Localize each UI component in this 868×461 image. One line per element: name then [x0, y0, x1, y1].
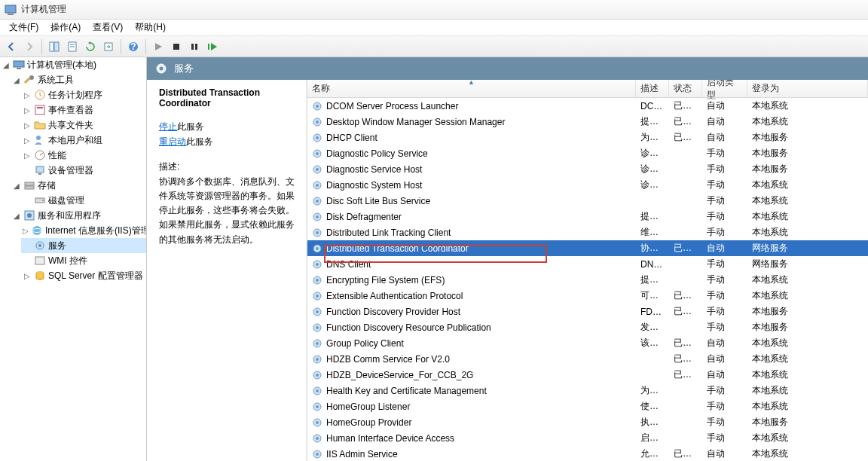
forward-button[interactable] — [21, 38, 38, 55]
service-name: HDZB_DeviceService_For_CCB_2G — [326, 370, 473, 380]
service-row[interactable]: DHCP Client为此...已启动自动本地服务 — [307, 130, 868, 145]
service-name: Function Discovery Provider Host — [326, 307, 460, 317]
service-status: 已启动 — [669, 447, 702, 460]
service-startup: 手动 — [702, 305, 747, 318]
service-row[interactable]: Distributed Transaction Coordinator协调...… — [307, 240, 868, 256]
service-startup: 自动 — [702, 447, 747, 460]
collapse-icon[interactable]: ◢ — [2, 61, 11, 69]
service-desc: 启用... — [636, 432, 669, 444]
service-row[interactable]: IIS Admin Service允许...已启动自动本地系统 — [307, 446, 868, 461]
col-desc[interactable]: 描述 — [636, 80, 669, 97]
tree-task-scheduler[interactable]: ▷任务计划程序 — [21, 87, 146, 102]
service-row[interactable]: Function Discovery Provider HostFDP...已启… — [307, 304, 868, 319]
restart-service-link[interactable]: 重启动 — [159, 136, 186, 147]
restart-service-button[interactable] — [204, 38, 221, 55]
start-service-button[interactable] — [150, 38, 167, 55]
tree-sql[interactable]: ▷SQL Server 配置管理器 — [21, 268, 146, 283]
service-startup: 手动 — [702, 273, 747, 286]
service-row[interactable]: Group Policy Client该服...已启动自动本地系统 — [307, 335, 868, 351]
tree-performance[interactable]: ▷性能 — [21, 148, 146, 163]
service-logon: 本地系统 — [747, 115, 868, 128]
tree-event-viewer[interactable]: ▷事件查看器 — [21, 102, 146, 118]
iis-icon — [31, 224, 43, 237]
svg-point-47 — [316, 168, 319, 171]
col-status[interactable]: 状态 — [669, 80, 702, 97]
service-logon: 本地服务 — [747, 163, 868, 176]
title-bar: 计算机管理 — [0, 0, 868, 20]
service-row[interactable]: DCOM Server Process LauncherDCO...已启动自动本… — [307, 98, 868, 114]
gear-icon — [312, 322, 322, 333]
service-row[interactable]: HomeGroup Listener使本...手动本地系统 — [307, 398, 868, 414]
collapse-icon[interactable]: ◢ — [12, 76, 21, 84]
expand-icon[interactable]: ▷ — [23, 121, 32, 130]
service-status: 已启动 — [669, 305, 702, 318]
service-desc: FDP... — [636, 307, 669, 317]
menu-file[interactable]: 文件(F) — [3, 20, 44, 35]
service-row[interactable]: Desktop Window Manager Session Manager提供… — [307, 114, 868, 130]
service-row[interactable]: Diagnostic System Host诊断...手动本地系统 — [307, 177, 868, 193]
menu-action[interactable]: 操作(A) — [44, 20, 87, 35]
gear-icon — [312, 449, 322, 459]
svg-point-37 — [160, 67, 164, 71]
expand-icon[interactable]: ▷ — [23, 136, 32, 145]
tree-services[interactable]: ▷服务 — [21, 238, 146, 253]
properties-button[interactable] — [64, 38, 81, 55]
service-row[interactable]: Distributed Link Tracking Client维护...手动本… — [307, 224, 868, 240]
tree-local-users[interactable]: ▷本地用户和组 — [21, 133, 146, 148]
expand-icon[interactable]: ▷ — [23, 151, 32, 160]
service-row[interactable]: HDZB_DeviceService_For_CCB_2G已启动自动本地系统 — [307, 367, 868, 383]
service-row[interactable]: Disk Defragmenter提供...手动本地系统 — [307, 209, 868, 224]
service-row[interactable]: HDZB Comm Service For V2.0已启动自动本地系统 — [307, 351, 868, 367]
service-row[interactable]: Human Interface Device Access启用...手动本地系统 — [307, 430, 868, 446]
expand-icon[interactable]: ▷ — [23, 227, 29, 235]
service-row[interactable]: Disc Soft Lite Bus Service手动本地系统 — [307, 193, 868, 209]
service-desc: 执行... — [636, 416, 669, 429]
stop-service-link[interactable]: 停止 — [159, 121, 177, 132]
refresh-button[interactable] — [82, 38, 99, 55]
folder-icon — [34, 119, 46, 131]
export-button[interactable] — [100, 38, 117, 55]
tree-iis[interactable]: ▷Internet 信息服务(IIS)管理器 — [21, 223, 146, 238]
service-row[interactable]: DNS ClientDNS...手动网络服务 — [307, 256, 868, 272]
tree-device-manager[interactable]: ▷设备管理器 — [21, 163, 146, 178]
help-button[interactable]: ? — [125, 38, 142, 55]
service-row[interactable]: Health Key and Certificate Management为网.… — [307, 383, 868, 398]
tree-root[interactable]: ◢ 计算机管理(本地) — [0, 57, 146, 72]
menu-help[interactable]: 帮助(H) — [129, 20, 172, 35]
service-row[interactable]: Encrypting File System (EFS)提供...手动本地系统 — [307, 272, 868, 288]
tree-wmi[interactable]: ▷WMI 控件 — [21, 253, 146, 268]
expand-icon[interactable]: ▷ — [23, 91, 32, 99]
service-desc: 协调... — [636, 242, 669, 255]
service-row[interactable]: Extensible Authentication Protocol可扩...已… — [307, 288, 868, 304]
toolbar-separator — [145, 39, 146, 54]
service-name: Disc Soft Lite Bus Service — [326, 196, 430, 206]
expand-icon[interactable]: ▷ — [23, 272, 32, 280]
menu-view[interactable]: 查看(V) — [87, 20, 129, 35]
col-startup[interactable]: 启动类型 — [702, 80, 747, 97]
back-button[interactable] — [3, 38, 20, 55]
tree-system-tools[interactable]: ◢ 系统工具 — [11, 72, 146, 87]
service-row[interactable]: HomeGroup Provider执行...手动本地服务 — [307, 414, 868, 430]
show-hide-button[interactable] — [46, 38, 63, 55]
tree-services-apps[interactable]: ◢ 服务和应用程序 — [11, 208, 146, 223]
tree-shared-folders[interactable]: ▷共享文件夹 — [21, 118, 146, 133]
svg-rect-12 — [195, 44, 197, 50]
service-row[interactable]: Diagnostic Service Host诊断...手动本地服务 — [307, 161, 868, 177]
service-row[interactable]: Diagnostic Policy Service诊断...手动本地服务 — [307, 145, 868, 161]
service-startup: 手动 — [702, 321, 747, 334]
gear-icon — [312, 338, 322, 349]
collapse-icon[interactable]: ◢ — [12, 212, 21, 220]
svg-point-83 — [316, 453, 319, 456]
stop-service-button[interactable] — [168, 38, 185, 55]
pause-service-button[interactable] — [186, 38, 203, 55]
svg-point-49 — [316, 184, 319, 187]
col-name[interactable]: 名称▲ — [307, 80, 636, 97]
tree-disk-management[interactable]: ▷磁盘管理 — [21, 193, 146, 208]
collapse-icon[interactable]: ◢ — [12, 182, 21, 190]
col-logon[interactable]: 登录为 — [747, 80, 868, 97]
service-name: Extensible Authentication Protocol — [326, 291, 463, 301]
service-name: DNS Client — [326, 259, 371, 270]
expand-icon[interactable]: ▷ — [23, 106, 32, 114]
service-row[interactable]: Function Discovery Resource Publication发… — [307, 319, 868, 335]
tree-storage[interactable]: ◢ 存储 — [11, 178, 146, 193]
